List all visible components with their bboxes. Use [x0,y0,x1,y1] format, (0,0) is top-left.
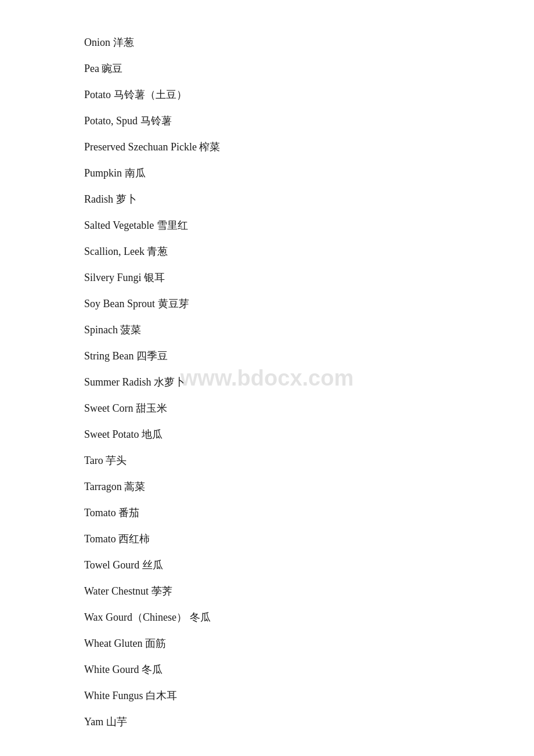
list-item: Radish 萝卜 [84,192,450,207]
list-item: White Fungus 白木耳 [84,688,450,704]
list-item: Tarragon 蒿菜 [84,479,450,495]
list-item: Sweet Potato 地瓜 [84,427,450,442]
content-area: Onion 洋葱Pea 豌豆Potato 马铃薯（土豆）Potato, Spud… [0,0,534,756]
list-item: Preserved Szechuan Pickle 榨菜 [84,139,450,155]
list-item: Taro 芋头 [84,453,450,469]
list-item: String Bean 四季豆 [84,348,450,364]
list-item: Potato, Spud 马铃薯 [84,113,450,129]
list-item: Pumpkin 南瓜 [84,165,450,181]
list-item: Salted Vegetable 雪里红 [84,218,450,233]
list-item: Towel Gourd 丝瓜 [84,557,450,573]
list-item: Summer Radish 水萝卜 [84,375,450,390]
list-item: Water Chestnut 荸荠 [84,584,450,599]
list-item: Potato 马铃薯（土豆） [84,87,450,103]
list-item: Tomato 西红柿 [84,531,450,547]
list-item: White Gourd 冬瓜 [84,662,450,678]
list-item: Scallion, Leek 青葱 [84,244,450,260]
list-item: Wheat Gluten 面筋 [84,636,450,651]
list-item: Wax Gourd（Chinese） 冬瓜 [84,610,450,625]
list-item: Yam 山芋 [84,714,450,730]
list-item: Tomato 番茄 [84,505,450,521]
list-item: Silvery Fungi 银耳 [84,270,450,286]
list-item: Onion 洋葱 [84,35,450,51]
list-item: Soy Bean Sprout 黄豆芽 [84,296,450,312]
list-item: Sweet Corn 甜玉米 [84,401,450,416]
list-item: Spinach 菠菜 [84,322,450,338]
list-item: Pea 豌豆 [84,61,450,77]
